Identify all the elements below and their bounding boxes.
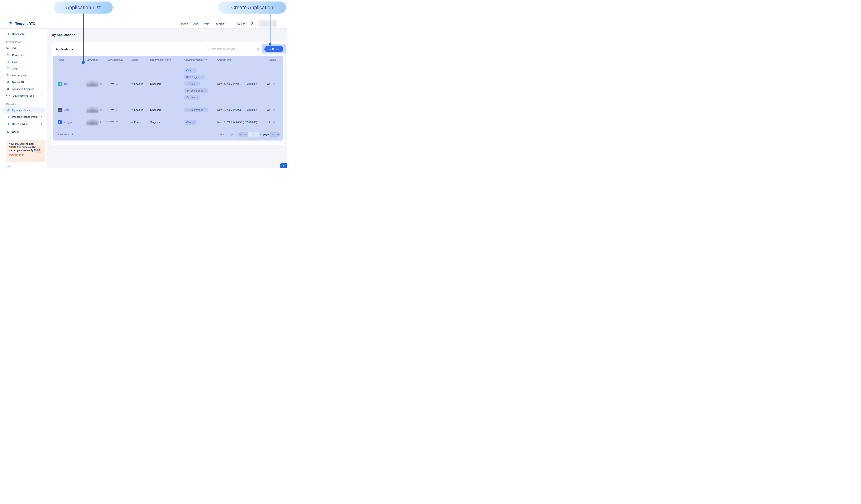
sidebar-item-rtc-analytics[interactable]: RTC Analytics <box>2 121 45 127</box>
floating-helper-button[interactable] <box>280 163 287 168</box>
sidebar-item-usage[interactable]: Usage <box>2 128 45 135</box>
sidebar-item-my-applications[interactable]: My Applications <box>2 107 45 113</box>
usage-monitor-icon[interactable] <box>267 121 270 124</box>
activated-products-cell: Chat <box>184 120 217 125</box>
product-tag[interactable]: Chat <box>184 120 197 125</box>
filter-funnel-icon[interactable] <box>205 59 207 61</box>
enter-console-icon[interactable] <box>272 82 275 85</box>
search-input[interactable] <box>209 48 257 50</box>
activated-products-cell: Conference <box>184 108 217 112</box>
sdkappid-redacted <box>86 81 98 87</box>
sidebar-item-chat[interactable]: Chat <box>2 65 45 72</box>
sidebar-item-label: Dashboard <box>12 32 25 36</box>
current-page-input[interactable]: 1 <box>248 132 259 137</box>
upgrade-plan-link[interactable]: Upgrade Plan <box>9 154 27 156</box>
sidebar-item-label: Advanced Features <box>12 87 34 90</box>
product-tag[interactable]: RTC Engine <box>184 74 205 80</box>
sidebar-item-live[interactable]: Live <box>2 58 45 65</box>
status-badge: Enabled <box>134 109 143 111</box>
sidebar-item-call[interactable]: Call <box>2 45 45 52</box>
phone-icon <box>6 47 9 50</box>
nav-docs[interactable]: Docs <box>193 22 199 25</box>
app-name-link[interactable]: test1 <box>64 109 69 111</box>
bills-icon <box>237 22 240 25</box>
last-page-button[interactable] <box>275 132 280 137</box>
copy-icon[interactable] <box>100 109 102 111</box>
chevron-right-icon <box>41 95 43 97</box>
total-pages-label: / 1 page <box>259 132 270 137</box>
nav-help[interactable]: Help <box>203 22 211 25</box>
product-tag[interactable]: Conference <box>184 88 208 93</box>
top-nav: Demo Docs Help English <box>181 20 284 27</box>
nav-bills[interactable]: Bills <box>237 22 246 25</box>
search-box[interactable] <box>206 46 262 52</box>
product-tag-label: RTC Engine <box>186 76 200 79</box>
col-creation-time: Creation time <box>217 59 267 61</box>
product-tag[interactable]: Chat <box>184 68 197 73</box>
sidebar-item-beauty-ar[interactable]: Beauty AR <box>2 79 45 85</box>
pager: 1 / 1 page <box>238 132 280 137</box>
first-page-button[interactable] <box>238 132 243 137</box>
enter-console-icon[interactable] <box>272 108 275 112</box>
nav-language[interactable]: English <box>216 22 227 25</box>
col-activated-products[interactable]: Activated Products <box>184 59 217 61</box>
sidebar-item-advanced-features[interactable]: Advanced Features <box>2 85 45 92</box>
shopping-bag-icon <box>6 115 9 118</box>
copy-icon[interactable] <box>100 121 102 124</box>
usage-monitor-icon[interactable] <box>267 82 270 85</box>
sidebar-item-label: RTC Engine <box>12 74 26 77</box>
secret-masked: ****** <box>107 83 114 85</box>
next-page-button[interactable] <box>270 132 275 137</box>
sidebar-item-label: Call <box>12 47 16 50</box>
callout-dot-create-application <box>269 43 271 45</box>
account-avatar-icon[interactable] <box>250 22 254 25</box>
enter-console-icon[interactable] <box>272 121 275 124</box>
status-badge: Enabled <box>134 83 143 85</box>
search-icon[interactable] <box>257 48 260 51</box>
prev-page-button[interactable] <box>243 132 248 137</box>
brand[interactable]: Tencent RTC <box>9 21 35 26</box>
face-sparkle-icon <box>6 81 9 84</box>
account-chevron-down-icon[interactable] <box>282 23 284 25</box>
panel-collapse-icon <box>8 166 11 168</box>
action-cell <box>267 108 279 112</box>
trial-message: Your trial will end after 10,000 free mi… <box>9 142 42 152</box>
sidebar-item-label: Live <box>12 60 17 63</box>
sidebar-item-development-tools[interactable]: </> Development Tools <box>2 92 45 99</box>
product-tag-label: Call <box>190 83 194 85</box>
sdkappid-cell <box>86 107 107 113</box>
sidebar-collapse-button[interactable] <box>6 165 12 168</box>
sidebar-item-rtc-engine[interactable]: RTC Engine <box>2 72 45 79</box>
product-tag[interactable]: Conference <box>184 108 208 112</box>
chevron-down-icon <box>225 23 227 25</box>
sidebar-item-conference[interactable]: Conference <box>2 52 45 58</box>
chevron-right-icon <box>196 97 198 98</box>
sdksecretkey-cell: ****** <box>107 109 132 111</box>
usage-monitor-icon[interactable] <box>267 108 270 112</box>
sidebar-item-package-management[interactable]: Package Management <box>2 113 45 120</box>
app-name-link[interactable]: first_app <box>64 121 73 124</box>
table-row: TeTest******EnabledSingaporeChatRTC Engi… <box>53 64 283 103</box>
copy-icon[interactable] <box>100 83 102 85</box>
product-tag-label: Live <box>190 96 195 99</box>
activated-products-cell: ChatRTC EngineCallConferenceLive <box>184 68 217 100</box>
sidebar-item-label: RTC Analytics <box>12 123 28 125</box>
sidebar-item-dashboard[interactable]: Dashboard <box>2 30 45 37</box>
product-tag[interactable]: Call <box>184 81 200 86</box>
info-icon[interactable] <box>116 109 118 111</box>
callout-dot-application-list <box>82 60 85 64</box>
product-tag-label: Conference <box>190 89 203 92</box>
sidebar-section-integration: INTEGRATION <box>6 41 22 43</box>
nav-demo[interactable]: Demo <box>181 22 188 25</box>
app-badge: Te <box>58 82 62 86</box>
create-button[interactable]: Create <box>264 46 283 52</box>
chevron-right-icon <box>193 70 194 71</box>
info-icon[interactable] <box>116 83 118 85</box>
col-sdksecretkey: SDKSecretKey <box>107 59 132 61</box>
app-name-link[interactable]: Test <box>64 83 68 85</box>
info-icon[interactable] <box>116 121 118 124</box>
callout-application-list: Application List <box>54 1 113 14</box>
product-tag[interactable]: Live <box>184 95 200 100</box>
applications-panel: Applications Create Name <box>52 42 285 145</box>
page-size-select[interactable]: 20 <box>219 133 224 136</box>
